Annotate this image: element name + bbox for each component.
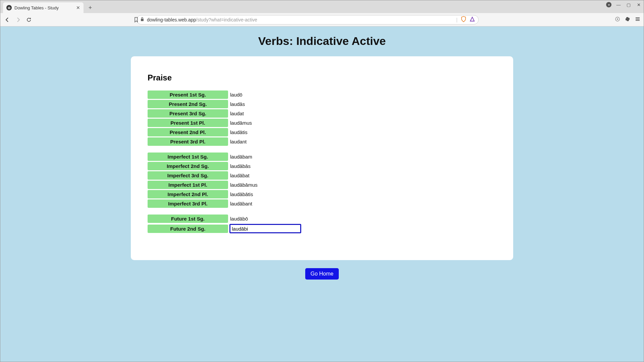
row-label: Imperfect 2nd Sg.	[148, 162, 228, 170]
forward-icon	[14, 16, 22, 23]
bookmark-icon[interactable]	[132, 16, 140, 23]
row-label: Imperfect 2nd Pl.	[148, 190, 228, 198]
row-label: Imperfect 3rd Pl.	[148, 199, 228, 208]
row-label: Imperfect 3rd Sg.	[148, 171, 228, 180]
menu-icon[interactable]	[635, 16, 640, 23]
conjugation-group: Present 1st Sg.laudōPresent 2nd Sg.laudā…	[148, 90, 496, 146]
table-row: Present 1st Sg.laudō	[148, 90, 496, 99]
close-icon[interactable]: ✕	[76, 5, 80, 10]
row-value: laudābō	[228, 216, 248, 222]
row-label: Future 2nd Sg.	[148, 225, 228, 233]
page-content: Verbs: Indicative Active Praise Present …	[0, 26, 644, 362]
minimize-icon[interactable]: —	[615, 2, 622, 8]
table-row: Future 2nd Sg.	[148, 224, 496, 233]
row-value: laudāmus	[228, 120, 252, 126]
chevron-down-icon[interactable]: ▾	[606, 2, 611, 7]
reload-icon[interactable]	[25, 16, 33, 23]
row-label: Present 1st Sg.	[148, 90, 228, 99]
row-value: laudābam	[228, 154, 252, 160]
svg-rect-0	[141, 19, 144, 21]
table-row: Imperfect 1st Sg.laudābam	[148, 153, 496, 161]
new-tab-button[interactable]: +	[86, 3, 95, 12]
row-label: Present 2nd Sg.	[148, 100, 228, 108]
conjugation-group: Future 1st Sg.laudābōFuture 2nd Sg.	[148, 215, 496, 233]
table-row: Present 2nd Pl.laudātis	[148, 128, 496, 136]
row-label: Present 2nd Pl.	[148, 128, 228, 136]
tab-favicon-icon: ⊖	[6, 5, 12, 10]
address-input[interactable]: dowling-tables.web.app/study?what=indica…	[137, 15, 479, 24]
answer-input[interactable]	[229, 224, 301, 233]
svg-point-2	[617, 18, 618, 20]
url-domain: dowling-tables.web.app	[147, 17, 196, 22]
table-row: Present 1st Pl.laudāmus	[148, 119, 496, 127]
table-row: Present 3rd Pl.laudant	[148, 137, 496, 146]
row-label: Future 1st Sg.	[148, 215, 228, 223]
table-row: Future 1st Sg.laudābō	[148, 215, 496, 223]
table-row: Present 2nd Sg.laudās	[148, 100, 496, 108]
conjugation-group: Imperfect 1st Sg.laudābamImperfect 2nd S…	[148, 153, 496, 208]
url-path: /study?what=indicative-active	[196, 17, 257, 22]
table-row: Imperfect 1st Pl.laudābāmus	[148, 181, 496, 189]
row-value: laudās	[228, 101, 245, 107]
table-row: Imperfect 3rd Pl.laudābant	[148, 199, 496, 208]
row-value: laudābant	[228, 201, 252, 206]
browser-tab[interactable]: ⊖ Dowling Tables - Study ✕	[3, 2, 84, 13]
study-card: Praise Present 1st Sg.laudōPresent 2nd S…	[131, 56, 513, 260]
row-value: laudābāmus	[228, 182, 258, 188]
table-row: Imperfect 2nd Sg.laudābās	[148, 162, 496, 170]
row-label: Present 1st Pl.	[148, 119, 228, 127]
tab-bar: ⊖ Dowling Tables - Study ✕ + ▾ — ▢ ✕	[0, 0, 644, 13]
row-value: laudābat	[228, 173, 250, 178]
address-bar: dowling-tables.web.app/study?what=indica…	[0, 13, 644, 26]
row-value: laudat	[228, 111, 244, 116]
table-row: Imperfect 3rd Sg.laudābat	[148, 171, 496, 180]
target-icon[interactable]	[615, 16, 620, 23]
extensions-icon[interactable]	[625, 16, 630, 23]
go-home-button[interactable]: Go Home	[305, 268, 339, 280]
row-label: Imperfect 1st Sg.	[148, 153, 228, 161]
row-label: Present 3rd Sg.	[148, 109, 228, 118]
row-label: Present 3rd Pl.	[148, 137, 228, 146]
card-heading: Praise	[148, 73, 496, 82]
row-value: laudātis	[228, 129, 248, 135]
row-value: laudābās	[228, 163, 251, 169]
window-close-icon[interactable]: ✕	[636, 2, 642, 8]
triangle-icon[interactable]	[470, 16, 475, 23]
back-icon[interactable]	[4, 16, 11, 23]
row-value: laudābātis	[228, 191, 253, 197]
row-value: laudant	[228, 139, 247, 144]
row-value: laudō	[228, 92, 243, 98]
table-row: Imperfect 2nd Pl.laudābātis	[148, 190, 496, 198]
shield-icon[interactable]	[461, 16, 466, 23]
tab-title: Dowling Tables - Study	[14, 5, 73, 10]
row-label: Imperfect 1st Pl.	[148, 181, 228, 189]
page-title: Verbs: Indicative Active	[258, 35, 386, 48]
lock-icon	[140, 17, 144, 22]
table-row: Present 3rd Sg.laudat	[148, 109, 496, 118]
maximize-icon[interactable]: ▢	[626, 2, 632, 8]
